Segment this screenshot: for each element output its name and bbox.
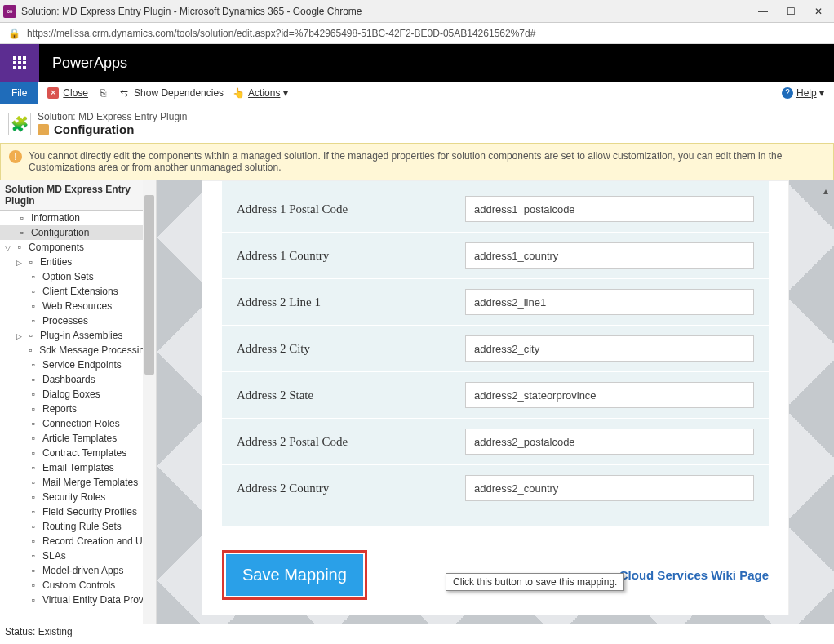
form-row: Address 2 Line 1: [222, 278, 769, 325]
sidebar-tree[interactable]: ▫Information▫Configuration▫Components▫En…: [0, 211, 156, 624]
content-area: Address 1 Postal CodeAddress 1 CountryAd…: [157, 180, 834, 624]
optionsets-icon: ▫: [28, 271, 39, 282]
sidebar-item-reports[interactable]: ▫Reports: [0, 402, 156, 416]
form-row: Address 2 Country: [222, 464, 769, 511]
sidebar-item-model-driven-apps[interactable]: ▫Model-driven Apps: [0, 563, 156, 578]
waffle-icon: [13, 56, 26, 69]
window-title-bar: ∞ Solution: MD Express Entry Plugin - Mi…: [0, 0, 834, 23]
sidebar-item-label: Reports: [42, 403, 77, 415]
close-icon: ✕: [47, 87, 60, 100]
sidebar-item-web-resources[interactable]: ▫Web Resources: [0, 299, 156, 313]
sidebar-item-routing-rule-sets[interactable]: ▫Routing Rule Sets: [0, 519, 156, 534]
sidebar-item-sdk-message-processin-[interactable]: ▫Sdk Message Processin...: [0, 343, 156, 358]
sidebar-item-virtual-entity-data-prov-[interactable]: ▫Virtual Entity Data Prov...: [0, 593, 156, 607]
sidebar-item-mail-merge-templates[interactable]: ▫Mail Merge Templates: [0, 475, 156, 490]
sidebar-item-components[interactable]: ▫Components: [0, 240, 156, 255]
sidebar-item-client-extensions[interactable]: ▫Client Extensions: [0, 284, 156, 299]
sidebar-item-field-security-profiles[interactable]: ▫Field Security Profiles: [0, 504, 156, 519]
field-input[interactable]: [465, 335, 754, 362]
sidebar-item-article-templates[interactable]: ▫Article Templates: [0, 431, 156, 446]
maximize-button[interactable]: ☐: [785, 6, 796, 17]
plugin-icon: ▫: [25, 330, 37, 341]
sidebar-item-label: Components: [29, 242, 84, 253]
sidebar-item-email-templates[interactable]: ▫Email Templates: [0, 460, 156, 475]
actions-dropdown[interactable]: 👆 Actions ▾: [232, 87, 288, 100]
main-area: Solution MD Express Entry Plugin ▫Inform…: [0, 180, 834, 624]
sidebar-item-label: Web Resources: [42, 300, 112, 312]
components-icon: ▫: [14, 242, 25, 253]
form-row: Address 2 City: [222, 325, 769, 371]
save-button-highlight: Save Mapping: [222, 550, 367, 600]
wiki-link[interactable]: Cloud Services Wiki Page: [619, 568, 769, 582]
sidebar-item-label: Custom Controls: [42, 580, 115, 591]
sdk-icon: ▫: [24, 344, 36, 356]
email-icon: ▫: [28, 462, 39, 473]
expand-icon[interactable]: [5, 242, 11, 253]
sidebar-item-configuration[interactable]: ▫Configuration: [0, 225, 156, 240]
dialog-icon: ▫: [28, 389, 39, 400]
sidebar-scrollbar[interactable]: [143, 180, 156, 624]
sidebar-item-dialog-boxes[interactable]: ▫Dialog Boxes: [0, 387, 156, 402]
field-label: Address 2 Line 1: [237, 295, 465, 309]
sidebar-item-connection-roles[interactable]: ▫Connection Roles: [0, 416, 156, 431]
sidebar-header: Solution MD Express Entry Plugin: [0, 180, 156, 211]
dependencies-icon: ⇆: [118, 87, 131, 100]
file-tab[interactable]: File: [0, 82, 38, 104]
sidebar-item-label: Record Creation and U...: [42, 535, 151, 547]
sidebar-item-slas[interactable]: ▫SLAs: [0, 549, 156, 563]
help-button[interactable]: ? Help ▾: [782, 87, 824, 99]
sidebar-item-label: Routing Rule Sets: [42, 521, 122, 532]
field-input[interactable]: [465, 429, 754, 455]
page-title: Configuration: [38, 122, 187, 136]
status-text: Status: Existing: [5, 626, 73, 637]
minimize-button[interactable]: —: [757, 6, 769, 17]
address-bar[interactable]: 🔒 https://melissa.crm.dynamics.com/tools…: [0, 23, 834, 44]
expand-icon[interactable]: [16, 330, 22, 341]
close-button[interactable]: ✕ Close: [47, 87, 88, 100]
sidebar-item-label: SLAs: [42, 550, 66, 562]
field-input[interactable]: [465, 242, 754, 269]
custctrl-icon: ▫: [28, 580, 39, 591]
warning-text: You cannot directly edit the components …: [29, 150, 825, 173]
save-mapping-button[interactable]: Save Mapping: [226, 554, 363, 596]
close-window-button[interactable]: ✕: [813, 6, 824, 17]
sidebar-item-label: Entities: [40, 256, 72, 268]
article-icon: ▫: [28, 433, 39, 444]
mapping-form: Address 1 Postal CodeAddress 1 CountryAd…: [222, 181, 769, 526]
app-launcher-button[interactable]: [0, 44, 39, 82]
sidebar-item-contract-templates[interactable]: ▫Contract Templates: [0, 446, 156, 460]
expand-icon[interactable]: [16, 256, 22, 268]
sidebar-item-label: Option Sets: [42, 271, 94, 282]
sidebar-item-label: Article Templates: [42, 433, 117, 444]
powerapps-header: PowerApps: [0, 44, 834, 82]
show-dependencies-button[interactable]: ⇆ Show Dependencies: [118, 87, 224, 100]
sidebar-item-label: Configuration: [31, 227, 89, 238]
sidebar-item-security-roles[interactable]: ▫Security Roles: [0, 490, 156, 504]
sidebar-item-dashboards[interactable]: ▫Dashboards: [0, 372, 156, 387]
field-label: Address 1 Country: [237, 249, 465, 263]
field-input[interactable]: [465, 475, 754, 501]
sidebar-item-record-creation-and-u-[interactable]: ▫Record Creation and U...: [0, 534, 156, 549]
sidebar-item-plug-in-assemblies[interactable]: ▫Plug-in Assemblies: [0, 328, 156, 343]
svcendpoint-icon: ▫: [28, 359, 39, 371]
sidebar-item-option-sets[interactable]: ▫Option Sets: [0, 269, 156, 284]
clientext-icon: ▫: [28, 286, 39, 297]
scroll-up-icon[interactable]: ▴: [823, 185, 832, 193]
sidebar-item-custom-controls[interactable]: ▫Custom Controls: [0, 578, 156, 593]
sidebar-item-entities[interactable]: ▫Entities: [0, 255, 156, 269]
field-input[interactable]: [465, 289, 754, 315]
field-label: Address 2 Postal Code: [237, 435, 465, 449]
sla-icon: ▫: [28, 550, 39, 562]
sidebar-item-processes[interactable]: ▫Processes: [0, 313, 156, 328]
sidebar-item-information[interactable]: ▫Information: [0, 211, 156, 225]
recordcreate-icon: ▫: [28, 535, 39, 547]
field-input[interactable]: [465, 382, 754, 408]
sidebar-item-service-endpoints[interactable]: ▫Service Endpoints: [0, 358, 156, 372]
sidebar-item-label: Security Roles: [42, 491, 105, 503]
reports-icon: ▫: [28, 403, 39, 415]
field-input[interactable]: [465, 196, 754, 222]
export-button[interactable]: ⎘: [96, 87, 109, 100]
sidebar-item-label: Field Security Profiles: [42, 506, 137, 517]
mda-icon: ▫: [28, 565, 39, 576]
window-title: Solution: MD Express Entry Plugin - Micr…: [21, 6, 757, 17]
